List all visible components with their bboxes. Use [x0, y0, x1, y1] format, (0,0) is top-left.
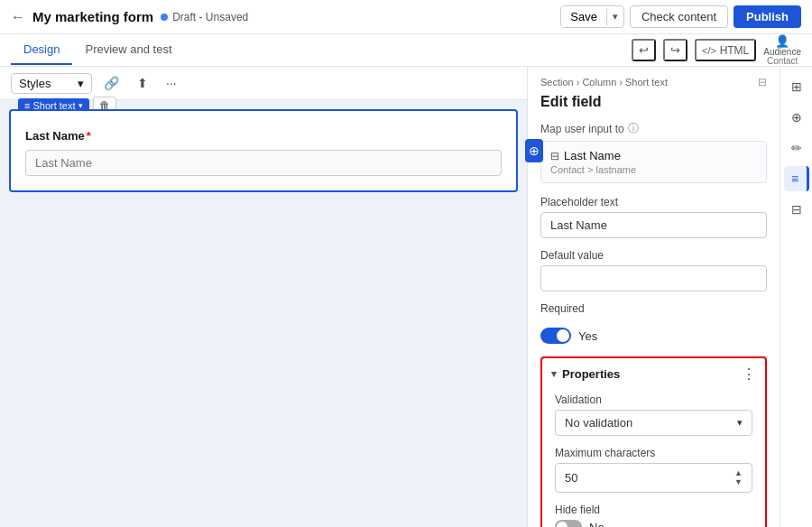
back-button[interactable]: ← [11, 9, 25, 25]
breadcrumb-column: Column [582, 77, 616, 88]
breadcrumb-short-text: Short text [625, 77, 668, 88]
edit-field-title: Edit field [540, 94, 767, 110]
status-dot [161, 14, 168, 21]
audience-button[interactable]: 👤 Audience Contact [763, 34, 801, 66]
header-right: Save ▾ Check content Publish [560, 5, 801, 28]
toggle-knob [557, 329, 569, 342]
info-icon: ⓘ [628, 121, 639, 136]
tab-bar: Design Preview and test ↩ ↪ </> HTML 👤 A… [0, 34, 812, 67]
field-block: Last Name* [9, 109, 518, 192]
placeholder-input[interactable] [540, 212, 767, 238]
html-button[interactable]: </> HTML [695, 39, 756, 61]
html-label: HTML [720, 44, 750, 57]
canvas-toolbar: Styles ▾ 🔗 ⬆ ··· [0, 67, 527, 100]
image-button[interactable]: ⬆ [131, 72, 154, 94]
move-handle[interactable]: ⊕ [525, 139, 543, 162]
audience-icon: 👤 [775, 34, 789, 48]
tab-bar-left: Design Preview and test [11, 35, 185, 65]
link-button[interactable]: 🔗 [97, 72, 125, 94]
side-icon-1[interactable]: ⊞ [784, 74, 809, 99]
styles-label: Styles [19, 77, 51, 90]
breadcrumb: Section › Column › Short text ⊟ [540, 76, 767, 88]
side-icons: ⊞ ⊕ ✏ ≡ ⊟ [780, 67, 812, 527]
hide-field-row: No [555, 520, 752, 527]
layout-icon: ⊟ [758, 76, 767, 88]
save-button[interactable]: Save [561, 6, 606, 27]
styles-dropdown[interactable]: Styles ▾ [11, 73, 92, 94]
hide-field-label: Hide field [555, 504, 752, 516]
breadcrumb-sep2: › [619, 77, 623, 88]
required-toggle-row: Yes [540, 328, 767, 344]
map-field-name: ⊟ Last Name [550, 149, 757, 162]
properties-header[interactable]: ▾ Properties ⋮ [542, 358, 765, 390]
map-input-label: Map user input to ⓘ [540, 121, 767, 136]
breadcrumb-section: Section [540, 77, 574, 88]
properties-section: ▾ Properties ⋮ Validation No validation … [540, 356, 767, 527]
validation-label: Validation [555, 393, 752, 406]
side-icon-5[interactable]: ⊟ [784, 197, 809, 222]
required-row: Required [540, 302, 767, 315]
validation-value: No validation [565, 416, 632, 430]
tab-design[interactable]: Design [11, 35, 72, 65]
properties-menu-button[interactable]: ⋮ [742, 365, 756, 383]
header-left: ← My marketing form Draft - Unsaved [11, 9, 248, 25]
required-star: * [87, 129, 91, 143]
default-label: Default value [540, 249, 767, 262]
check-content-button[interactable]: Check content [630, 5, 728, 28]
status-text: Draft - Unsaved [172, 11, 248, 23]
save-chevron-button[interactable]: ▾ [606, 7, 623, 26]
canvas-content: ≡ Short text ▾ 🗑 Last Name* ⊕ [0, 100, 527, 201]
properties-body: Validation No validation ▾ Maximum chara… [542, 390, 765, 527]
properties-chevron-icon: ▾ [551, 368, 557, 380]
required-toggle[interactable] [540, 328, 571, 344]
hide-no-label: No [589, 521, 604, 528]
max-chars-value: 50 [565, 471, 577, 485]
side-icon-3[interactable]: ✏ [784, 135, 809, 161]
tab-bar-right: ↩ ↪ </> HTML 👤 Audience Contact [632, 34, 801, 66]
hide-field-toggle[interactable] [555, 520, 582, 527]
chevron-down-icon: ▾ [78, 77, 84, 90]
side-icon-2[interactable]: ⊕ [784, 105, 809, 130]
contact-label: Contact [767, 57, 798, 66]
max-chars-input[interactable]: 50 ▲ ▼ [555, 463, 752, 493]
map-field-path: Contact > lastname [550, 164, 757, 175]
default-input[interactable] [540, 265, 767, 291]
more-button[interactable]: ··· [160, 72, 183, 94]
number-stepper[interactable]: ▲ ▼ [734, 469, 743, 486]
validation-select[interactable]: No validation ▾ [555, 410, 752, 436]
status-badge: Draft - Unsaved [161, 11, 248, 23]
map-field-icon: ⊟ [550, 150, 559, 162]
tab-preview[interactable]: Preview and test [72, 35, 184, 65]
canvas-area: Styles ▾ 🔗 ⬆ ··· ≡ Short text ▾ 🗑 [0, 67, 527, 527]
stepper-up-button[interactable]: ▲ [734, 469, 743, 477]
undo-button[interactable]: ↩ [632, 39, 656, 61]
publish-button[interactable]: Publish [734, 5, 801, 28]
main-layout: Styles ▾ 🔗 ⬆ ··· ≡ Short text ▾ 🗑 [0, 67, 812, 527]
properties-header-left: ▾ Properties [551, 367, 620, 381]
save-group: Save ▾ [560, 5, 624, 28]
side-icon-4[interactable]: ≡ [784, 166, 809, 191]
field-label: Last Name* [25, 129, 502, 143]
map-field-box[interactable]: ⊟ Last Name Contact > lastname [540, 141, 767, 183]
edit-field-panel: Section › Column › Short text ⊟ Edit fie… [528, 67, 780, 527]
placeholder-label: Placeholder text [540, 196, 767, 208]
right-panel: Section › Column › Short text ⊟ Edit fie… [527, 67, 780, 527]
back-icon: ← [11, 9, 25, 25]
toggle-small-knob [557, 522, 567, 527]
field-input[interactable] [25, 150, 502, 176]
properties-label: Properties [562, 367, 620, 381]
redo-button[interactable]: ↪ [663, 39, 687, 61]
stepper-down-button[interactable]: ▼ [734, 478, 743, 486]
page-title: My marketing form [32, 9, 153, 24]
max-chars-label: Maximum characters [555, 447, 752, 459]
field-wrapper: ≡ Short text ▾ 🗑 Last Name* ⊕ [9, 109, 518, 192]
required-yes-label: Yes [578, 329, 597, 343]
breadcrumb-sep1: › [577, 77, 580, 88]
html-icon: </> [702, 45, 716, 56]
app-header: ← My marketing form Draft - Unsaved Save… [0, 0, 812, 34]
required-section-label: Required [540, 302, 585, 315]
validation-chevron-icon: ▾ [737, 417, 743, 429]
